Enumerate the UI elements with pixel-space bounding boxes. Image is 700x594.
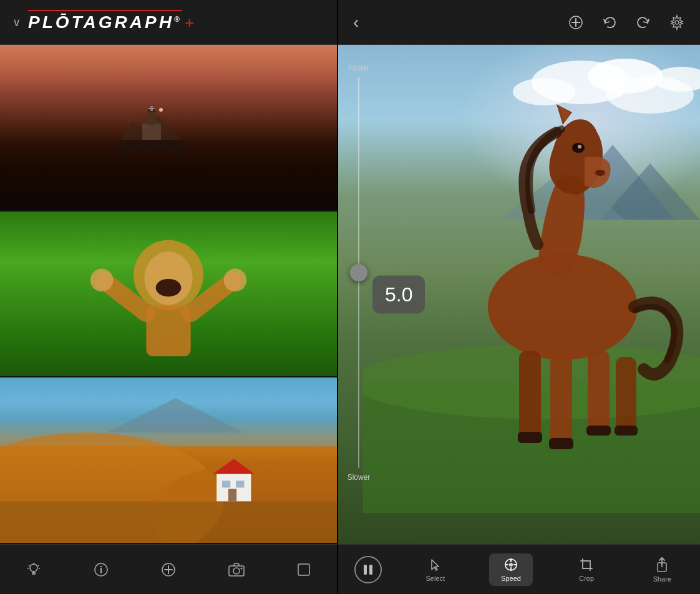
add-icon[interactable] bbox=[568, 14, 584, 31]
right-panel: ‹ bbox=[338, 0, 700, 594]
svg-rect-74 bbox=[615, 426, 638, 436]
share-icon bbox=[655, 557, 669, 573]
hills-illustration bbox=[0, 377, 337, 543]
camera-icon bbox=[228, 562, 245, 577]
svg-point-45 bbox=[241, 567, 243, 569]
pause-icon bbox=[362, 563, 374, 576]
svg-point-78 bbox=[509, 563, 513, 567]
svg-rect-70 bbox=[549, 438, 573, 449]
svg-rect-7 bbox=[148, 108, 155, 109]
lightbulb-button[interactable] bbox=[16, 557, 52, 583]
svg-rect-1 bbox=[120, 140, 183, 152]
left-toolbar bbox=[0, 544, 337, 594]
church-illustration bbox=[120, 102, 183, 152]
svg-rect-46 bbox=[298, 564, 309, 575]
speed-label-faster: Faster bbox=[348, 64, 369, 72]
speed-label-slower: Slower bbox=[348, 473, 371, 482]
logo-plus: + bbox=[185, 13, 197, 32]
app-logo: PLŌTAGRAPH®+ bbox=[28, 12, 197, 32]
svg-rect-2 bbox=[142, 124, 161, 140]
select-label: Select bbox=[425, 575, 445, 582]
info-icon bbox=[93, 562, 109, 578]
add-icon bbox=[160, 562, 177, 578]
pause-button[interactable] bbox=[354, 556, 382, 583]
svg-point-16 bbox=[90, 268, 114, 291]
back-button[interactable]: ‹ bbox=[353, 12, 359, 32]
svg-rect-26 bbox=[228, 489, 236, 502]
svg-point-64 bbox=[578, 145, 581, 148]
header-icons-left: ‹ bbox=[353, 12, 359, 32]
left-header: ∨ PLŌTAGRAPH®+ bbox=[0, 0, 337, 45]
select-icon bbox=[428, 557, 443, 572]
svg-point-11 bbox=[144, 251, 192, 305]
svg-rect-73 bbox=[586, 426, 611, 436]
svg-rect-67 bbox=[519, 351, 541, 438]
svg-point-44 bbox=[233, 568, 240, 574]
info-button[interactable] bbox=[83, 557, 119, 583]
crop-button[interactable]: Crop bbox=[565, 553, 608, 586]
crop-label: Crop bbox=[579, 575, 594, 582]
settings-icon[interactable] bbox=[669, 14, 685, 31]
svg-point-12 bbox=[156, 279, 182, 297]
photo-view: Faster Slower 5.0 bbox=[338, 45, 700, 544]
svg-point-62 bbox=[595, 170, 605, 176]
chevron-down-icon[interactable]: ∨ bbox=[12, 16, 21, 29]
right-header: ‹ bbox=[338, 0, 700, 45]
svg-rect-71 bbox=[588, 351, 610, 432]
speed-value-display: 5.0 bbox=[372, 276, 425, 314]
square-icon bbox=[296, 562, 311, 577]
svg-point-17 bbox=[224, 268, 247, 291]
logo-wordmark: PLŌTAGRAPH® bbox=[28, 12, 182, 32]
registered-symbol: ® bbox=[174, 14, 182, 23]
svg-rect-69 bbox=[518, 432, 542, 443]
photo-item-hills[interactable] bbox=[0, 377, 337, 544]
svg-rect-75 bbox=[364, 565, 367, 575]
undo-icon[interactable] bbox=[601, 14, 618, 31]
photo-item-church[interactable] bbox=[0, 45, 337, 212]
speed-icon bbox=[503, 557, 518, 572]
right-toolbar: Select Speed Crop bbox=[338, 544, 700, 594]
speed-slider-track[interactable] bbox=[358, 77, 359, 468]
svg-point-50 bbox=[675, 21, 679, 24]
svg-rect-25 bbox=[236, 481, 244, 488]
header-icons-right bbox=[568, 14, 685, 31]
svg-rect-24 bbox=[222, 481, 230, 488]
select-button[interactable]: Select bbox=[414, 553, 457, 586]
svg-point-8 bbox=[159, 108, 163, 112]
redo-icon[interactable] bbox=[635, 14, 651, 31]
speed-button[interactable]: Speed bbox=[489, 553, 533, 586]
add-photo-button[interactable] bbox=[150, 557, 187, 583]
svg-point-53 bbox=[513, 78, 575, 105]
crop-icon bbox=[579, 557, 594, 572]
svg-rect-4 bbox=[148, 112, 155, 125]
svg-rect-76 bbox=[369, 565, 372, 575]
lightbulb-icon bbox=[26, 562, 42, 578]
svg-rect-68 bbox=[550, 351, 572, 444]
share-label: Share bbox=[653, 575, 671, 583]
grass-illustration bbox=[0, 212, 337, 377]
svg-line-34 bbox=[38, 565, 39, 567]
photo-item-kid[interactable] bbox=[0, 212, 337, 378]
svg-rect-72 bbox=[616, 357, 636, 432]
speed-slider-thumb[interactable] bbox=[350, 264, 367, 281]
camera-button[interactable] bbox=[218, 557, 255, 582]
svg-point-39 bbox=[100, 565, 102, 567]
photo-list bbox=[0, 45, 337, 544]
svg-point-28 bbox=[30, 564, 37, 572]
speed-label: Speed bbox=[501, 575, 521, 582]
speed-slider-container: Faster Slower bbox=[349, 64, 368, 482]
svg-rect-27 bbox=[0, 502, 337, 543]
left-panel: ∨ PLŌTAGRAPH®+ bbox=[0, 0, 337, 594]
svg-line-33 bbox=[29, 565, 30, 567]
share-button[interactable]: Share bbox=[640, 553, 684, 587]
square-button[interactable] bbox=[286, 557, 321, 582]
